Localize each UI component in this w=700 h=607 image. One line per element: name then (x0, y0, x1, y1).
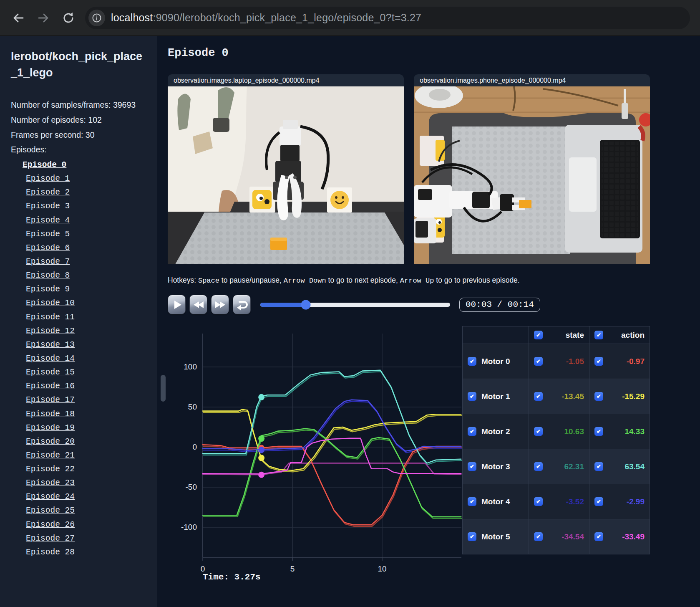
motor-row-checkbox[interactable] (468, 427, 476, 436)
hotkey-text: to go to previous episode. (434, 276, 519, 284)
motor-chart-canvas: 100500-50-1000510 (168, 325, 462, 588)
motor-row-checkbox[interactable] (468, 462, 476, 471)
action-value-checkbox[interactable] (594, 462, 603, 471)
dataset-stat: Number of samples/frames: 39693 (11, 98, 146, 113)
sidebar-episode-link[interactable]: Episode 9 (11, 283, 146, 296)
phone-video-frame (414, 86, 650, 264)
action-value: -15.29 (608, 392, 645, 401)
state-value-checkbox[interactable] (534, 392, 543, 401)
sidebar-episode-link[interactable]: Episode 23 (11, 476, 146, 490)
address-bar[interactable]: localhost:9090/lerobot/koch_pick_place_1… (85, 7, 690, 29)
hotkey-key: Arrow Up (400, 277, 434, 285)
motor-row-checkbox[interactable] (468, 497, 476, 506)
motor-table-row: Motor 210.6314.33 (463, 414, 650, 449)
svg-text:0: 0 (192, 443, 197, 451)
sidebar-episode-link[interactable]: Episode 22 (11, 463, 146, 476)
action-value-checkbox[interactable] (594, 532, 603, 541)
loop-button[interactable] (233, 295, 251, 314)
motor-label: Motor 4 (481, 497, 510, 506)
phone-video[interactable] (414, 86, 650, 264)
state-column-checkbox[interactable] (534, 331, 543, 339)
sidebar-episode-link[interactable]: Episode 16 (11, 379, 146, 393)
action-value-checkbox[interactable] (594, 357, 603, 366)
forward-button[interactable] (35, 10, 52, 26)
motor-table-row: Motor 362.3163.54 (463, 449, 650, 484)
loop-icon (235, 298, 249, 311)
seek-slider-thumb[interactable] (301, 300, 311, 309)
laptop-video[interactable] (168, 86, 404, 264)
motor-table-row: Motor 1-13.45-15.29 (463, 379, 650, 414)
motor-row-checkbox[interactable] (468, 532, 476, 541)
motor-row-checkbox[interactable] (468, 392, 476, 401)
episode-list: Episode 0Episode 1Episode 2Episode 3Epis… (11, 158, 146, 559)
sidebar-episode-link[interactable]: Episode 15 (11, 366, 146, 379)
action-value: 14.33 (608, 427, 645, 436)
sidebar-episode-link[interactable]: Episode 14 (11, 352, 146, 366)
url-path: :9090/lerobot/koch_pick_place_1_lego/epi… (153, 12, 421, 23)
sidebar-episode-link[interactable]: Episode 1 (11, 172, 146, 186)
hotkeys-help: Hotkeys: Space to pause/unpause, Arrow D… (168, 276, 700, 285)
rewind-button[interactable] (189, 295, 207, 314)
video-label-phone: observation.images.phone_episode_000000.… (414, 74, 650, 86)
sidebar-episode-link[interactable]: Episode 4 (11, 214, 146, 228)
sidebar-episode-link[interactable]: Episode 12 (11, 324, 146, 338)
sidebar-episode-link[interactable]: Episode 5 (11, 228, 146, 241)
sidebar-episode-link[interactable]: Episode 7 (11, 255, 146, 269)
sidebar-episode-link[interactable]: Episode 3 (11, 200, 146, 213)
seek-slider[interactable] (260, 303, 450, 307)
action-value-checkbox[interactable] (594, 392, 603, 401)
motor-column-header (463, 326, 529, 344)
sidebar-episode-link[interactable]: Episode 28 (11, 546, 146, 559)
back-button[interactable] (10, 10, 27, 26)
reload-icon (62, 11, 75, 25)
motor-table-row: Motor 4-3.52-2.99 (463, 484, 650, 519)
motor-label: Motor 3 (481, 462, 510, 471)
sidebar-episode-link[interactable]: Episode 18 (11, 407, 146, 421)
sidebar-episode-link[interactable]: Episode 25 (11, 504, 146, 518)
state-value-checkbox[interactable] (534, 357, 543, 366)
sidebar-episode-link[interactable]: Episode 0 (11, 158, 146, 172)
sidebar-episode-link[interactable]: Episode 19 (11, 421, 146, 435)
state-value-checkbox[interactable] (534, 532, 543, 541)
sidebar-episode-link[interactable]: Episode 21 (11, 449, 146, 463)
motor-row-checkbox[interactable] (468, 357, 476, 366)
sidebar-episode-link[interactable]: Episode 26 (11, 518, 146, 532)
motor-label: Motor 2 (481, 427, 510, 436)
sidebar-episode-link[interactable]: Episode 13 (11, 338, 146, 352)
sidebar-episode-link[interactable]: Episode 11 (11, 311, 146, 324)
reload-button[interactable] (60, 10, 77, 26)
svg-text:-50: -50 (186, 483, 197, 491)
video-card-laptop: observation.images.laptop_episode_000000… (168, 74, 404, 264)
svg-text:10: 10 (378, 564, 386, 573)
motor-label: Motor 5 (481, 532, 510, 541)
play-button[interactable] (168, 295, 186, 314)
motor-label: Motor 1 (481, 392, 510, 401)
motor-chart[interactable]: 100500-50-1000510 Time: 3.27s (168, 325, 462, 588)
site-info-icon[interactable] (88, 10, 105, 26)
state-value-checkbox[interactable] (534, 462, 543, 471)
state-value-checkbox[interactable] (534, 497, 543, 506)
sidebar-episode-link[interactable]: Episode 27 (11, 532, 146, 546)
svg-text:50: 50 (188, 402, 197, 411)
sidebar-episode-link[interactable]: Episode 8 (11, 269, 146, 283)
action-value-checkbox[interactable] (594, 497, 603, 506)
state-value: -13.45 (548, 392, 584, 401)
sidebar-episode-link[interactable]: Episode 2 (11, 186, 146, 200)
dataset-stats: Number of samples/frames: 39693Number of… (11, 98, 146, 142)
action-column-checkbox[interactable] (594, 331, 603, 339)
sidebar-episode-link[interactable]: Episode 20 (11, 435, 146, 449)
laptop-video-frame (168, 86, 404, 264)
url-text[interactable]: localhost:9090/lerobot/koch_pick_place_1… (111, 12, 421, 24)
action-value-checkbox[interactable] (594, 427, 603, 436)
state-value-checkbox[interactable] (534, 427, 543, 436)
page-title: Episode 0 (168, 47, 700, 59)
sidebar-episode-link[interactable]: Episode 24 (11, 490, 146, 504)
motor-label: Motor 0 (481, 357, 510, 366)
fast-forward-button[interactable] (211, 295, 229, 314)
state-value: -34.54 (548, 532, 584, 541)
sidebar-episode-link[interactable]: Episode 6 (11, 241, 146, 255)
scrollbar-thumb[interactable] (161, 375, 166, 402)
sidebar-episode-link[interactable]: Episode 10 (11, 296, 146, 310)
back-arrow-icon (12, 11, 25, 25)
sidebar-episode-link[interactable]: Episode 17 (11, 393, 146, 407)
